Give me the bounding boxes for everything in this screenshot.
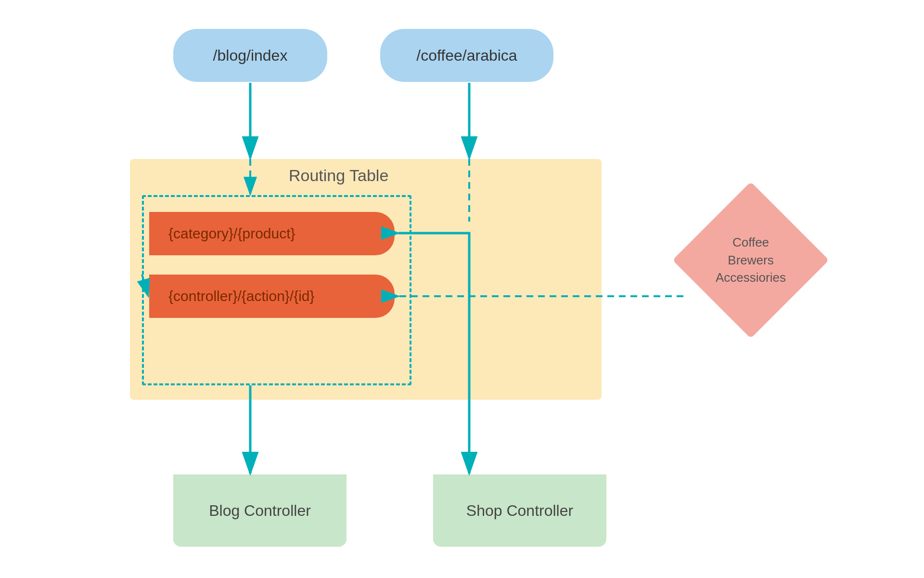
diagram-container: /blog/index /coffee/arabica Routing Tabl… (0, 0, 924, 578)
blog-controller-box: Blog Controller (173, 474, 346, 547)
routing-table-label: Routing Table (289, 166, 388, 185)
route-pill-1: {category}/{product} (149, 212, 395, 255)
route-1-label: {category}/{product} (168, 225, 295, 242)
route-pill-2: {controller}/{action}/{id} (149, 275, 395, 318)
coffee-url-label: /coffee/arabica (416, 47, 517, 65)
shop-controller-box: Shop Controller (433, 474, 606, 547)
diamond-shape (672, 182, 829, 338)
blog-controller-label: Blog Controller (209, 502, 311, 520)
shop-controller-label: Shop Controller (466, 502, 573, 520)
blog-url-pill: /blog/index (173, 29, 327, 82)
coffee-url-pill: /coffee/arabica (380, 29, 553, 82)
route-2-label: {controller}/{action}/{id} (168, 288, 315, 304)
diamond-wrapper: Coffee Brewers Accessiories (683, 193, 818, 328)
blog-url-label: /blog/index (213, 47, 288, 65)
